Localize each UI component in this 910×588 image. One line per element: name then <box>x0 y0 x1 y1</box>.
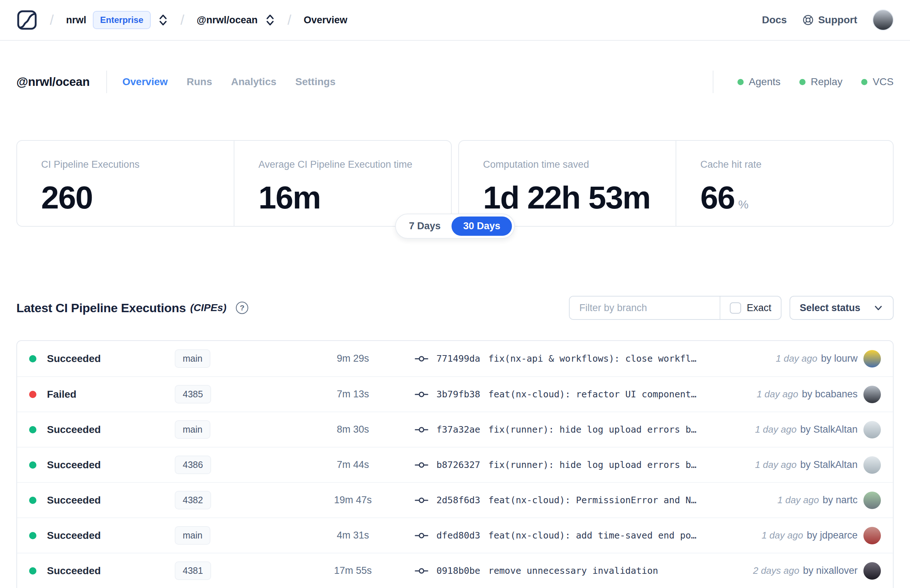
branch-cell: main <box>175 526 314 545</box>
tab-overview[interactable]: Overview <box>122 76 168 88</box>
branch-badge: main <box>175 526 210 545</box>
stat-card-computation-time-saved: Computation time saved 1d 22h 53m <box>459 141 676 226</box>
status-select[interactable]: Select status <box>789 296 894 320</box>
exact-checkbox[interactable] <box>730 302 741 313</box>
tab-analytics[interactable]: Analytics <box>231 76 276 88</box>
commit-message: feat(nx-cloud): add time-saved end po… <box>488 530 696 541</box>
integration-vcs[interactable]: VCS <box>861 76 894 88</box>
commit-hash: f37a32ae <box>436 424 480 435</box>
timestamp: 1 day ago <box>777 494 819 506</box>
stat-label: Cache hit rate <box>700 159 878 170</box>
commit-cell: 771499da fix(nx-api & workflows): close … <box>415 353 776 364</box>
status-dot-icon <box>29 532 36 539</box>
row-meta: 1 day ago by StalkAltan <box>755 421 881 438</box>
date-range-toggle: 7 Days 30 Days <box>395 213 515 239</box>
commit-hash: 0918b0be <box>436 565 480 576</box>
integration-agents[interactable]: Agents <box>737 76 781 88</box>
commit-cell: 3b79fb38 feat(nx-cloud): refactor UI com… <box>415 389 757 399</box>
table-row[interactable]: Failed 4385 7m 13s 3b79fb38 feat(nx-clou… <box>17 376 893 412</box>
status-dot-icon <box>29 497 36 504</box>
table-row[interactable]: Succeeded 4382 19m 47s 2d58f6d3 feat(nx-… <box>17 482 893 517</box>
git-commit-icon <box>415 460 428 470</box>
branch-filter-input[interactable] <box>570 297 719 319</box>
author-avatar[interactable] <box>863 421 881 438</box>
row-meta: 1 day ago by lourw <box>776 350 881 367</box>
row-meta: 1 day ago by StalkAltan <box>755 456 881 474</box>
branch-badge: 4385 <box>175 385 211 404</box>
workspace-title: @nrwl/ocean <box>16 75 89 89</box>
range-option-30-days[interactable]: 30 Days <box>451 216 512 236</box>
tab-settings[interactable]: Settings <box>295 76 335 88</box>
docs-link[interactable]: Docs <box>762 14 787 26</box>
status-label: Succeeded <box>47 530 175 541</box>
enterprise-badge[interactable]: Enterprise <box>93 11 151 29</box>
git-commit-icon <box>415 390 428 399</box>
table-row[interactable]: Succeeded 4381 17m 55s 0918b0be remove u… <box>17 553 893 588</box>
branch-cell: main <box>175 349 314 368</box>
integration-replay[interactable]: Replay <box>799 76 842 88</box>
support-link[interactable]: Support <box>802 14 857 26</box>
timestamp: 1 day ago <box>755 424 797 435</box>
commit-message: feat(nx-cloud): refactor UI component… <box>488 389 696 399</box>
row-meta: 1 day ago by jdpearce <box>761 527 881 544</box>
branch-badge: 4386 <box>175 456 211 474</box>
branch-cell: 4386 <box>175 456 314 474</box>
breadcrumb-separator: / <box>181 12 184 28</box>
status-label: Failed <box>47 389 175 400</box>
branch-badge: main <box>175 349 210 368</box>
author-avatar[interactable] <box>863 386 881 403</box>
git-commit-icon <box>415 425 428 435</box>
commit-cell: dfed80d3 feat(nx-cloud): add time-saved … <box>415 530 761 541</box>
author-avatar[interactable] <box>863 491 881 509</box>
status-label: Succeeded <box>47 424 175 436</box>
status-dot-icon <box>861 79 867 85</box>
user-avatar[interactable] <box>873 10 894 31</box>
integration-status-list: Agents Replay VCS <box>737 76 894 88</box>
status-label: Succeeded <box>47 494 175 506</box>
exact-label[interactable]: Exact <box>747 302 771 313</box>
breadcrumb-page: Overview <box>304 15 347 26</box>
commit-hash: 771499da <box>436 353 480 364</box>
tab-runs[interactable]: Runs <box>187 76 212 88</box>
stat-label: Computation time saved <box>483 159 661 170</box>
author-avatar[interactable] <box>863 350 881 367</box>
commit-cell: b8726327 fix(runner): hide log upload er… <box>415 460 755 470</box>
workspace-switcher-chevron-icon[interactable] <box>265 13 275 27</box>
commit-hash: 3b79fb38 <box>436 389 480 399</box>
breadcrumb-org[interactable]: nrwl <box>66 15 87 26</box>
table-row[interactable]: Succeeded main 9m 29s 771499da fix(nx-ap… <box>17 341 893 376</box>
table-row[interactable]: Succeeded main 8m 30s f37a32ae fix(runne… <box>17 412 893 447</box>
branch-cell: 4382 <box>175 491 314 509</box>
top-bar-right: Docs Support <box>762 10 894 31</box>
cipes-filters: Exact Select status <box>569 296 894 320</box>
author: by StalkAltan <box>800 459 858 470</box>
author: by jdpearce <box>807 530 858 541</box>
timestamp: 1 day ago <box>755 459 797 470</box>
branch-cell: 4381 <box>175 561 314 580</box>
branch-cell: 4385 <box>175 385 314 404</box>
commit-message: fix(runner): hide log upload errors b… <box>488 424 696 435</box>
duration-label: 9m 29s <box>314 353 392 364</box>
status-label: Succeeded <box>47 353 175 365</box>
integration-label: VCS <box>873 76 894 88</box>
author-avatar[interactable] <box>863 456 881 474</box>
stat-label: CI Pipeline Executions <box>41 159 219 170</box>
table-row[interactable]: Succeeded 4386 7m 44s b8726327 fix(runne… <box>17 447 893 482</box>
author-avatar[interactable] <box>863 527 881 544</box>
status-dot-icon <box>799 79 805 85</box>
commit-cell: 0918b0be remove unnecessary invalidation <box>415 565 753 576</box>
stats-group-right: Computation time saved 1d 22h 53m Cache … <box>458 140 894 227</box>
stat-card-cache-hit-rate: Cache hit rate 66% <box>676 141 893 226</box>
breadcrumb-workspace[interactable]: @nrwl/ocean <box>197 15 257 26</box>
status-dot-icon <box>29 391 36 398</box>
help-icon[interactable]: ? <box>236 302 248 314</box>
stat-value: 16m <box>259 179 436 216</box>
org-switcher-chevron-icon[interactable] <box>158 13 168 27</box>
range-option-7-days[interactable]: 7 Days <box>398 216 451 236</box>
author-avatar[interactable] <box>863 562 881 580</box>
stat-card-average-execution-time: Average CI Pipeline Execution time 16m <box>234 141 451 226</box>
lifebuoy-icon <box>802 14 814 26</box>
table-row[interactable]: Succeeded main 4m 31s dfed80d3 feat(nx-c… <box>17 517 893 553</box>
nx-cloud-logo-icon[interactable] <box>16 10 37 31</box>
top-bar: / nrwl Enterprise / @nrwl/ocean / Overvi… <box>0 0 910 41</box>
